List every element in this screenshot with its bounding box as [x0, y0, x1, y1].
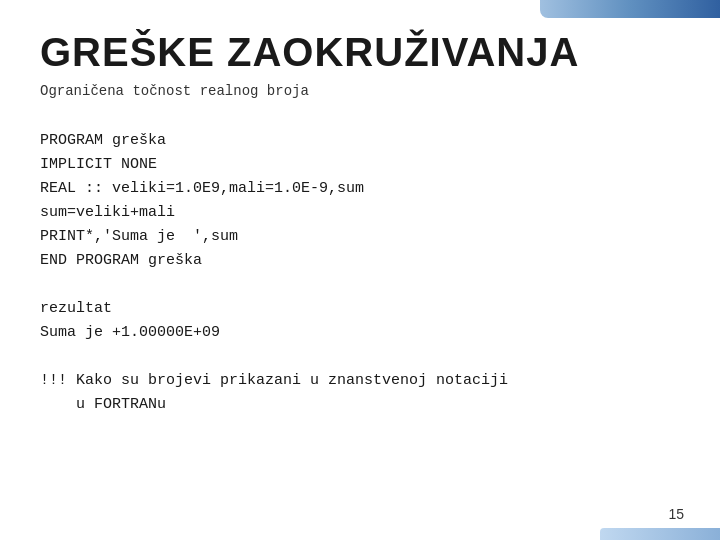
code-line-1: PROGRAM greška	[40, 129, 680, 153]
bottom-decoration	[600, 528, 720, 540]
note-block: !!! Kako su brojevi prikazani u znanstve…	[40, 369, 680, 417]
top-decoration	[540, 0, 720, 18]
code-block: PROGRAM greška IMPLICIT NONE REAL :: vel…	[40, 129, 680, 273]
page-subtitle: Ograničena točnost realnog broja	[40, 83, 680, 99]
code-line-4: sum=veliki+mali	[40, 201, 680, 225]
note-line-2: u FORTRANu	[40, 393, 680, 417]
code-line-6: END PROGRAM greška	[40, 249, 680, 273]
page-number: 15	[668, 506, 684, 522]
note-line-1: !!! Kako su brojevi prikazani u znanstve…	[40, 369, 680, 393]
result-block: rezultat Suma je +1.00000E+09	[40, 297, 680, 345]
result-label: rezultat	[40, 297, 680, 321]
result-value: Suma je +1.00000E+09	[40, 321, 680, 345]
page-title: GREŠKE ZAOKRUŽIVANJA	[40, 30, 680, 75]
code-line-5: PRINT*,'Suma je ',sum	[40, 225, 680, 249]
code-line-2: IMPLICIT NONE	[40, 153, 680, 177]
code-line-3: REAL :: veliki=1.0E9,mali=1.0E-9,sum	[40, 177, 680, 201]
